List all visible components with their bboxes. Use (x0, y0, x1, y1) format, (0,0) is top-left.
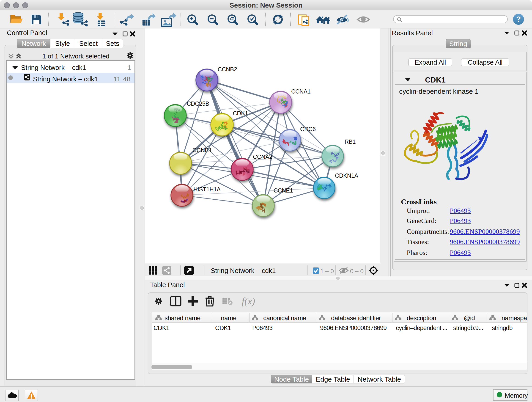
svg-text:HIST1H1A: HIST1H1A (193, 186, 221, 192)
svg-text:CCNA1: CCNA1 (291, 88, 310, 95)
svg-text:CCNA2: CCNA2 (253, 153, 272, 160)
svg-text:CCNB1: CCNB1 (192, 147, 212, 153)
svg-text:CDC6: CDC6 (300, 126, 316, 132)
svg-text:CDC25B: CDC25B (187, 100, 209, 107)
svg-text:f(x): f(x) (242, 296, 255, 307)
svg-text:CDKN1A: CDKN1A (335, 172, 358, 179)
svg-text:RB1: RB1 (345, 138, 355, 145)
svg-text:CCNE1: CCNE1 (273, 187, 293, 194)
svg-text:CDK1: CDK1 (233, 110, 248, 116)
svg-text:CCNB2: CCNB2 (218, 66, 237, 72)
